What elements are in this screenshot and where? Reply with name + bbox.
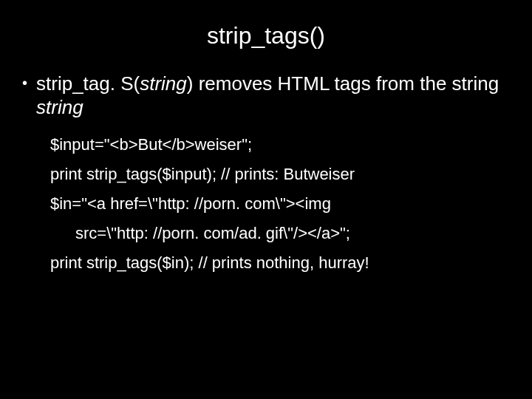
bullet-item: • strip_tag. S(string) removes HTML tags… [30, 72, 502, 119]
slide: strip_tags() • strip_tag. S(string) remo… [0, 0, 532, 399]
bullet-text-part4: string [36, 96, 83, 118]
code-line-4: print strip_tags($in); // prints nothing… [50, 250, 502, 276]
slide-title: strip_tags() [30, 22, 502, 50]
bullet-marker: • [22, 72, 27, 94]
bullet-text: strip_tag. S(string) removes HTML tags f… [36, 72, 502, 119]
code-line-3: $in="<a href=\"http: //porn. com\"><img [50, 191, 502, 216]
bullet-text-part1: strip_tag. S( [36, 72, 140, 95]
bullet-text-part2: string [140, 72, 187, 95]
bullet-text-part3: ) removes HTML tags from the string [187, 72, 499, 95]
code-line-3b: src=\"http: //porn. com/ad. gif\"/></a>"… [50, 221, 502, 246]
code-line-1: $input="<b>But</b>weiser"; [50, 132, 502, 157]
code-block: $input="<b>But</b>weiser"; print strip_t… [50, 132, 502, 276]
code-line-2: print strip_tags($input); // prints: But… [50, 162, 502, 187]
